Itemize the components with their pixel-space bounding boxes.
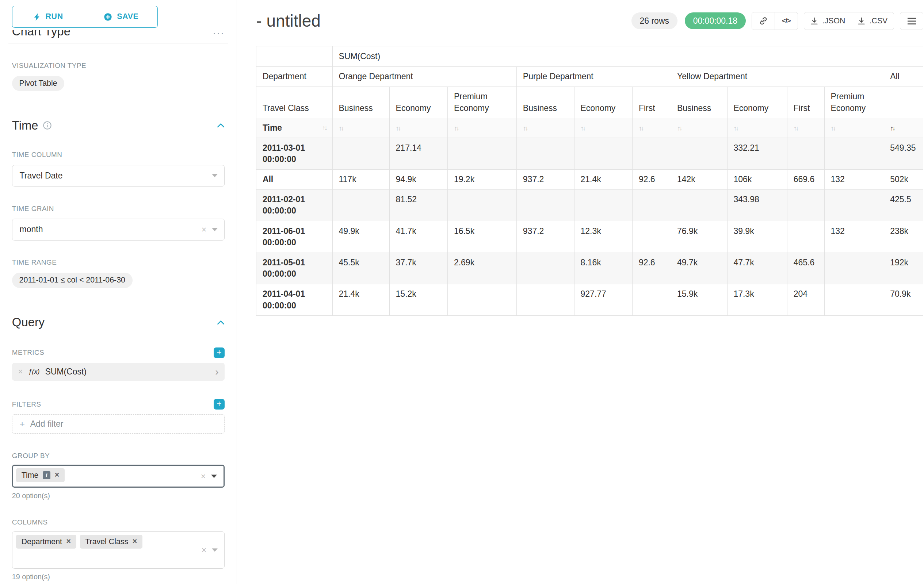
- value-cell: [448, 138, 517, 169]
- column-group-row: Department Orange Department Purple Depa…: [256, 66, 923, 87]
- more-options-icon: ···: [213, 30, 224, 39]
- value-cell: [333, 138, 390, 169]
- collapse-chevron-up-icon[interactable]: [217, 123, 224, 128]
- column-axis-label: Travel Class: [256, 87, 333, 118]
- chevron-right-icon[interactable]: ›: [215, 367, 218, 377]
- time-grain-select[interactable]: month ×: [12, 219, 224, 240]
- row-header-cell: 2011-02-01 00:00:00: [256, 189, 333, 221]
- table-row: 2011-06-01 00:00:0049.9k41.7k16.5k937.21…: [256, 221, 923, 253]
- sort-icon: ↑↓: [322, 122, 327, 133]
- share-button-group: </>: [752, 12, 798, 30]
- caret-down-icon[interactable]: [212, 228, 218, 231]
- sort-cell[interactable]: ↑↓: [390, 118, 448, 138]
- value-cell: 927.77: [574, 284, 632, 315]
- value-cell: 238k: [884, 221, 923, 253]
- copy-link-button[interactable]: [752, 12, 775, 30]
- chart-title[interactable]: - untitled: [256, 11, 320, 31]
- value-cell: 132: [825, 221, 884, 253]
- save-button[interactable]: SAVE: [85, 6, 158, 27]
- run-button[interactable]: RUN: [12, 6, 85, 27]
- caret-down-icon[interactable]: [211, 474, 217, 478]
- sort-cell[interactable]: ↑↓: [448, 118, 517, 138]
- columns-value-pill[interactable]: Travel Class ×: [80, 535, 142, 549]
- link-icon: [759, 16, 768, 26]
- group-by-value-pill[interactable]: Time i ×: [16, 468, 64, 482]
- clear-icon[interactable]: ×: [201, 546, 206, 554]
- time-column-value: Travel Date: [20, 171, 63, 181]
- remove-value-icon[interactable]: ×: [66, 538, 71, 545]
- sort-cell[interactable]: ↑↓: [574, 118, 632, 138]
- metric-header-row: SUM(Cost): [256, 46, 923, 66]
- value-cell: 39.9k: [728, 221, 787, 253]
- metric-pill[interactable]: × ƒ(x) SUM(Cost) ›: [12, 363, 224, 381]
- clear-icon[interactable]: ×: [201, 225, 206, 234]
- caret-down-icon[interactable]: [212, 174, 218, 178]
- collapse-chevron-up-icon[interactable]: [217, 320, 224, 325]
- export-json-button[interactable]: .JSON: [804, 12, 852, 30]
- value-cell: 16.5k: [448, 221, 517, 253]
- value-cell: 47.7k: [728, 253, 787, 284]
- time-range-value[interactable]: 2011-01-01 ≤ col < 2011-06-30: [12, 273, 132, 288]
- lightning-icon: [34, 13, 41, 21]
- sort-cell[interactable]: ↑↓: [671, 118, 727, 138]
- sort-cell[interactable]: ↑↓: [333, 118, 390, 138]
- column-header-cell: Economy: [574, 87, 632, 118]
- control-panel-sidebar: RUN SAVE Chart Type ··· VISUALIZATION TY…: [0, 0, 237, 584]
- add-filter-button[interactable]: + Add filter: [12, 414, 224, 434]
- value-cell: 19.2k: [448, 169, 517, 189]
- remove-metric-icon[interactable]: ×: [18, 368, 23, 376]
- value-cell: [787, 138, 825, 169]
- embed-code-button[interactable]: </>: [775, 12, 798, 30]
- function-icon: ƒ(x): [28, 368, 40, 375]
- time-section-header[interactable]: Time: [12, 118, 224, 133]
- time-range-label-text: TIME RANGE: [12, 258, 57, 267]
- time-grain-label-text: TIME GRAIN: [12, 205, 54, 213]
- row-count-badge: 26 rows: [632, 12, 678, 29]
- query-section-header[interactable]: Query: [12, 315, 224, 329]
- value-cell: [825, 284, 884, 315]
- sort-icon: ↑↓: [396, 125, 400, 132]
- column-header-cell: Premium Economy: [825, 87, 884, 118]
- table-body: 2011-03-01 00:00:00217.14332.21549.35All…: [256, 138, 923, 316]
- time-column-select[interactable]: Travel Date: [12, 165, 224, 186]
- table-row: All117k94.9k19.2k937.221.4k92.6142k106k6…: [256, 169, 923, 189]
- table-row: 2011-03-01 00:00:00217.14332.21549.35: [256, 138, 923, 169]
- clear-icon[interactable]: ×: [201, 472, 206, 480]
- value-cell: 2.69k: [448, 253, 517, 284]
- sort-cell[interactable]: ↑↓: [728, 118, 787, 138]
- sort-cell[interactable]: ↑↓: [517, 118, 574, 138]
- group-by-select[interactable]: Time i × ×: [12, 465, 224, 487]
- value-cell: 37.7k: [390, 253, 448, 284]
- sort-cell-active[interactable]: ↑↓: [884, 118, 923, 138]
- value-cell: 8.16k: [574, 253, 632, 284]
- sort-cell[interactable]: ↑↓: [825, 118, 884, 138]
- chart-type-heading: Chart Type: [12, 30, 71, 38]
- column-header-cell: Business: [333, 87, 390, 118]
- row-header-cell: 2011-06-01 00:00:00: [256, 221, 333, 253]
- sort-icon: ↑↓: [733, 125, 738, 132]
- remove-value-icon[interactable]: ×: [55, 471, 59, 479]
- row-axis-sort-cell[interactable]: Time↑↓: [256, 118, 333, 138]
- section-divider: [8, 43, 228, 43]
- value-cell: [632, 284, 671, 315]
- value-cell: [517, 138, 574, 169]
- row-header-cell: 2011-05-01 00:00:00: [256, 253, 333, 284]
- sort-cell[interactable]: ↑↓: [787, 118, 825, 138]
- add-metric-button[interactable]: +: [214, 347, 224, 359]
- metric-header-cell: SUM(Cost): [333, 46, 923, 66]
- visualization-type-value[interactable]: Pivot Table: [12, 76, 64, 91]
- caret-down-icon[interactable]: [212, 548, 218, 551]
- export-csv-button[interactable]: .CSV: [851, 12, 894, 30]
- menu-button[interactable]: [900, 12, 923, 30]
- value-cell: [825, 189, 884, 221]
- value-cell: 204: [787, 284, 825, 315]
- value-cell: [333, 189, 390, 221]
- value-cell: 15.9k: [671, 284, 727, 315]
- table-row: 2011-05-01 00:00:0045.5k37.7k2.69k8.16k9…: [256, 253, 923, 284]
- columns-value-pill[interactable]: Department ×: [16, 535, 76, 549]
- add-filter-plus-button[interactable]: +: [214, 399, 224, 410]
- value-cell: 425.5: [884, 189, 923, 221]
- sort-cell[interactable]: ↑↓: [632, 118, 671, 138]
- remove-value-icon[interactable]: ×: [132, 538, 137, 545]
- columns-select[interactable]: Department × Travel Class × ×: [12, 531, 224, 569]
